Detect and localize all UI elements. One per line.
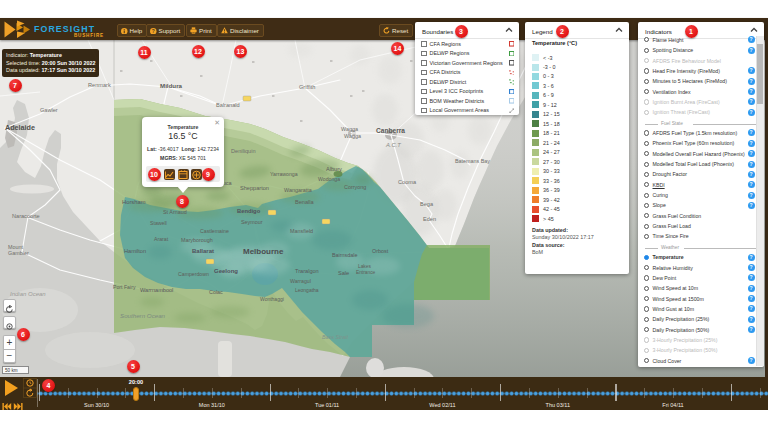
svg-text:St Arnaud: St Arnaud [163, 209, 187, 215]
svg-text:Cooma: Cooma [398, 179, 417, 185]
svg-text:Balranald: Balranald [216, 102, 240, 108]
svg-text:Wagga: Wagga [341, 126, 358, 132]
svg-text:Bendigo: Bendigo [237, 208, 261, 214]
svg-text:Orbost: Orbost [372, 248, 389, 254]
svg-text:Shepparton: Shepparton [240, 185, 269, 191]
svg-text:Bairnsdale: Bairnsdale [332, 252, 357, 258]
svg-text:Warragul: Warragul [290, 278, 311, 284]
svg-text:Hamilton: Hamilton [124, 248, 146, 254]
svg-text:Bega: Bega [420, 201, 434, 207]
svg-text:Gambier: Gambier [8, 250, 29, 256]
svg-text:Adelaide: Adelaide [5, 123, 35, 132]
svg-text:Port Fairy: Port Fairy [113, 284, 136, 290]
svg-text:Corryong: Corryong [344, 184, 366, 190]
svg-text:Warrnambool: Warrnambool [140, 287, 173, 293]
svg-text:Lakes: Lakes [358, 264, 371, 269]
svg-text:Castlemaine: Castlemaine [200, 228, 229, 234]
svg-text:Albury: Albury [326, 166, 342, 172]
svg-text:Batemans Bay: Batemans Bay [455, 158, 490, 164]
svg-text:Ararat: Ararat [154, 236, 169, 242]
svg-text:Canberra: Canberra [376, 127, 405, 134]
svg-text:Benalla: Benalla [295, 199, 315, 205]
svg-text:Yarrawonga: Yarrawonga [270, 171, 298, 177]
svg-text:Leongatha: Leongatha [295, 287, 319, 293]
svg-text:Sale: Sale [338, 270, 349, 276]
svg-text:Mansfield: Mansfield [290, 228, 313, 234]
svg-text:Traralgon: Traralgon [295, 268, 319, 274]
svg-text:Maryborough: Maryborough [181, 237, 213, 243]
svg-text:A.C.T: A.C.T [385, 142, 401, 148]
svg-text:Naracoorte: Naracoorte [12, 213, 40, 219]
svg-text:Deniliquin: Deniliquin [231, 148, 256, 154]
svg-text:Indian Ocean: Indian Ocean [10, 291, 46, 297]
svg-text:Renmark: Renmark [88, 82, 111, 88]
svg-text:Entrance: Entrance [356, 270, 376, 275]
svg-text:Mildura: Mildura [160, 82, 183, 89]
svg-text:Wonthaggi: Wonthaggi [260, 296, 284, 302]
svg-text:Geelong: Geelong [214, 268, 238, 274]
svg-text:Bass Strait: Bass Strait [322, 334, 349, 340]
svg-text:Horsham: Horsham [122, 199, 146, 205]
svg-text:Melbourne: Melbourne [243, 247, 284, 256]
svg-text:Eden: Eden [423, 216, 436, 222]
svg-text:Colac: Colac [209, 289, 223, 295]
svg-text:Ballarat: Ballarat [192, 248, 214, 254]
svg-text:Stawell: Stawell [150, 220, 167, 226]
svg-text:?: ? [152, 28, 155, 33]
svg-text:Wodonga: Wodonga [318, 176, 340, 182]
svg-text:Southern Ocean: Southern Ocean [120, 312, 166, 319]
svg-text:Seymour: Seymour [241, 219, 263, 225]
svg-text:Wagga: Wagga [344, 133, 361, 139]
svg-text:Griffith: Griffith [299, 84, 315, 90]
svg-text:Gawler: Gawler [40, 107, 58, 113]
svg-text:Wangaratta: Wangaratta [284, 187, 312, 193]
svg-text:Camperdown: Camperdown [178, 271, 209, 277]
